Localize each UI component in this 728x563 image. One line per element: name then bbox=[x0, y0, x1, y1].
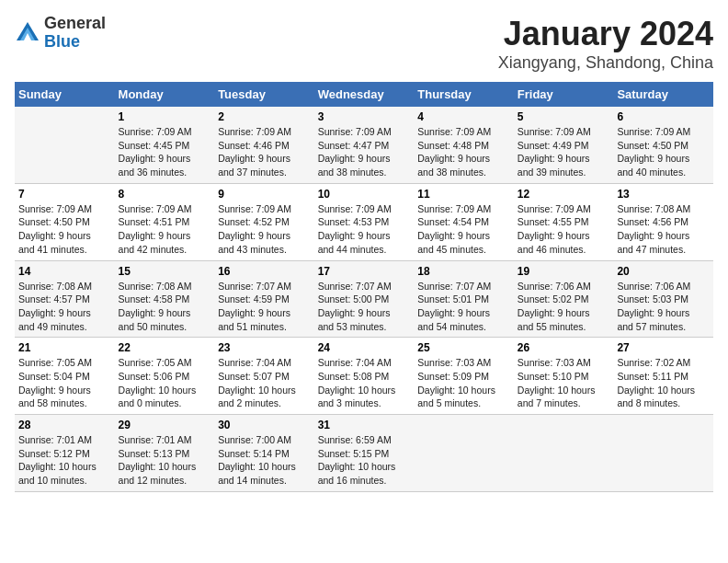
calendar-cell: 23Sunrise: 7:04 AM Sunset: 5:07 PM Dayli… bbox=[214, 338, 314, 415]
calendar-table: SundayMondayTuesdayWednesdayThursdayFrid… bbox=[15, 82, 713, 492]
calendar-cell: 29Sunrise: 7:01 AM Sunset: 5:13 PM Dayli… bbox=[115, 415, 215, 492]
day-number: 21 bbox=[18, 341, 111, 354]
calendar-cell: 17Sunrise: 7:07 AM Sunset: 5:00 PM Dayli… bbox=[314, 260, 415, 338]
title-block: January 2024 Xiangyang, Shandong, China bbox=[498, 15, 713, 73]
calendar-week-3: 14Sunrise: 7:08 AM Sunset: 4:57 PM Dayli… bbox=[15, 260, 713, 338]
calendar-cell: 26Sunrise: 7:03 AM Sunset: 5:10 PM Dayli… bbox=[514, 338, 614, 415]
day-info: Sunrise: 7:08 AM Sunset: 4:58 PM Dayligh… bbox=[119, 280, 211, 334]
calendar-cell: 2Sunrise: 7:09 AM Sunset: 4:46 PM Daylig… bbox=[214, 107, 314, 183]
day-number: 5 bbox=[518, 110, 610, 123]
header-cell-wednesday: Wednesday bbox=[314, 82, 415, 107]
day-number: 2 bbox=[218, 110, 311, 123]
day-number: 4 bbox=[417, 110, 510, 123]
day-number: 19 bbox=[518, 265, 610, 278]
calendar-cell: 18Sunrise: 7:07 AM Sunset: 5:01 PM Dayli… bbox=[414, 260, 514, 338]
day-info: Sunrise: 7:01 AM Sunset: 5:13 PM Dayligh… bbox=[119, 433, 211, 488]
day-number: 15 bbox=[119, 265, 211, 278]
calendar-week-2: 7Sunrise: 7:09 AM Sunset: 4:50 PM Daylig… bbox=[15, 183, 713, 260]
day-info: Sunrise: 6:59 AM Sunset: 5:15 PM Dayligh… bbox=[318, 433, 411, 488]
day-number: 27 bbox=[617, 341, 710, 354]
header-cell-sunday: Sunday bbox=[15, 82, 115, 107]
day-info: Sunrise: 7:08 AM Sunset: 4:57 PM Dayligh… bbox=[18, 280, 111, 334]
calendar-header: SundayMondayTuesdayWednesdayThursdayFrid… bbox=[15, 82, 713, 107]
day-info: Sunrise: 7:06 AM Sunset: 5:03 PM Dayligh… bbox=[617, 280, 710, 334]
day-info: Sunrise: 7:04 AM Sunset: 5:07 PM Dayligh… bbox=[218, 356, 311, 410]
day-number: 10 bbox=[318, 188, 411, 201]
day-number: 26 bbox=[518, 341, 610, 354]
day-number: 23 bbox=[218, 341, 311, 354]
day-info: Sunrise: 7:03 AM Sunset: 5:09 PM Dayligh… bbox=[417, 356, 510, 410]
day-info: Sunrise: 7:02 AM Sunset: 5:11 PM Dayligh… bbox=[617, 356, 710, 410]
calendar-cell: 15Sunrise: 7:08 AM Sunset: 4:58 PM Dayli… bbox=[115, 260, 215, 338]
day-info: Sunrise: 7:09 AM Sunset: 4:51 PM Dayligh… bbox=[119, 202, 211, 257]
calendar-cell: 27Sunrise: 7:02 AM Sunset: 5:11 PM Dayli… bbox=[613, 338, 713, 415]
day-number: 7 bbox=[18, 188, 111, 201]
day-number: 17 bbox=[318, 265, 411, 278]
day-info: Sunrise: 7:07 AM Sunset: 5:01 PM Dayligh… bbox=[417, 280, 510, 334]
logo-text: General Blue bbox=[44, 15, 106, 52]
page-title: January 2024 bbox=[498, 15, 713, 53]
day-number: 18 bbox=[417, 265, 510, 278]
day-info: Sunrise: 7:00 AM Sunset: 5:14 PM Dayligh… bbox=[218, 433, 311, 488]
calendar-cell bbox=[15, 107, 115, 183]
day-number: 20 bbox=[617, 265, 710, 278]
day-info: Sunrise: 7:07 AM Sunset: 5:00 PM Dayligh… bbox=[318, 280, 411, 334]
day-info: Sunrise: 7:04 AM Sunset: 5:08 PM Dayligh… bbox=[318, 356, 411, 410]
day-info: Sunrise: 7:09 AM Sunset: 4:52 PM Dayligh… bbox=[218, 202, 311, 257]
day-info: Sunrise: 7:09 AM Sunset: 4:45 PM Dayligh… bbox=[119, 125, 211, 179]
calendar-cell: 19Sunrise: 7:06 AM Sunset: 5:02 PM Dayli… bbox=[514, 260, 614, 338]
day-number: 1 bbox=[119, 110, 211, 123]
day-info: Sunrise: 7:05 AM Sunset: 5:06 PM Dayligh… bbox=[119, 356, 211, 410]
calendar-week-5: 28Sunrise: 7:01 AM Sunset: 5:12 PM Dayli… bbox=[15, 415, 713, 492]
day-number: 12 bbox=[518, 188, 610, 201]
logo-icon bbox=[15, 20, 40, 46]
calendar-cell: 20Sunrise: 7:06 AM Sunset: 5:03 PM Dayli… bbox=[613, 260, 713, 338]
calendar-cell: 12Sunrise: 7:09 AM Sunset: 4:55 PM Dayli… bbox=[514, 183, 614, 260]
calendar-cell: 9Sunrise: 7:09 AM Sunset: 4:52 PM Daylig… bbox=[214, 183, 314, 260]
day-info: Sunrise: 7:01 AM Sunset: 5:12 PM Dayligh… bbox=[18, 433, 111, 488]
calendar-cell: 8Sunrise: 7:09 AM Sunset: 4:51 PM Daylig… bbox=[115, 183, 215, 260]
day-info: Sunrise: 7:09 AM Sunset: 4:50 PM Dayligh… bbox=[617, 125, 710, 179]
calendar-cell: 5Sunrise: 7:09 AM Sunset: 4:49 PM Daylig… bbox=[514, 107, 614, 183]
day-info: Sunrise: 7:09 AM Sunset: 4:46 PM Dayligh… bbox=[218, 125, 311, 179]
day-number: 22 bbox=[119, 341, 211, 354]
day-number: 13 bbox=[617, 188, 710, 201]
logo-general: General bbox=[44, 14, 106, 32]
header-cell-monday: Monday bbox=[115, 82, 215, 107]
calendar-cell: 11Sunrise: 7:09 AM Sunset: 4:54 PM Dayli… bbox=[414, 183, 514, 260]
day-info: Sunrise: 7:08 AM Sunset: 4:56 PM Dayligh… bbox=[617, 202, 710, 257]
day-info: Sunrise: 7:09 AM Sunset: 4:48 PM Dayligh… bbox=[417, 125, 510, 179]
day-number: 3 bbox=[318, 110, 411, 123]
day-number: 24 bbox=[318, 341, 411, 354]
day-number: 9 bbox=[218, 188, 311, 201]
day-number: 6 bbox=[617, 110, 710, 123]
day-info: Sunrise: 7:09 AM Sunset: 4:47 PM Dayligh… bbox=[318, 125, 411, 179]
header-cell-tuesday: Tuesday bbox=[214, 82, 314, 107]
calendar-cell: 25Sunrise: 7:03 AM Sunset: 5:09 PM Dayli… bbox=[414, 338, 514, 415]
calendar-cell: 13Sunrise: 7:08 AM Sunset: 4:56 PM Dayli… bbox=[613, 183, 713, 260]
day-info: Sunrise: 7:06 AM Sunset: 5:02 PM Dayligh… bbox=[518, 280, 610, 334]
calendar-cell: 14Sunrise: 7:08 AM Sunset: 4:57 PM Dayli… bbox=[15, 260, 115, 338]
calendar-cell: 6Sunrise: 7:09 AM Sunset: 4:50 PM Daylig… bbox=[613, 107, 713, 183]
day-info: Sunrise: 7:09 AM Sunset: 4:49 PM Dayligh… bbox=[518, 125, 610, 179]
day-info: Sunrise: 7:05 AM Sunset: 5:04 PM Dayligh… bbox=[18, 356, 111, 410]
header-cell-thursday: Thursday bbox=[414, 82, 514, 107]
calendar-cell: 10Sunrise: 7:09 AM Sunset: 4:53 PM Dayli… bbox=[314, 183, 415, 260]
calendar-cell: 30Sunrise: 7:00 AM Sunset: 5:14 PM Dayli… bbox=[214, 415, 314, 492]
calendar-cell: 3Sunrise: 7:09 AM Sunset: 4:47 PM Daylig… bbox=[314, 107, 415, 183]
calendar-cell: 7Sunrise: 7:09 AM Sunset: 4:50 PM Daylig… bbox=[15, 183, 115, 260]
logo-blue: Blue bbox=[44, 32, 80, 51]
day-info: Sunrise: 7:09 AM Sunset: 4:55 PM Dayligh… bbox=[518, 202, 610, 257]
calendar-cell: 31Sunrise: 6:59 AM Sunset: 5:15 PM Dayli… bbox=[314, 415, 415, 492]
calendar-cell: 4Sunrise: 7:09 AM Sunset: 4:48 PM Daylig… bbox=[414, 107, 514, 183]
calendar-week-4: 21Sunrise: 7:05 AM Sunset: 5:04 PM Dayli… bbox=[15, 338, 713, 415]
calendar-cell bbox=[613, 415, 713, 492]
day-number: 11 bbox=[417, 188, 510, 201]
day-info: Sunrise: 7:09 AM Sunset: 4:53 PM Dayligh… bbox=[318, 202, 411, 257]
calendar-week-1: 1Sunrise: 7:09 AM Sunset: 4:45 PM Daylig… bbox=[15, 107, 713, 183]
calendar-body: 1Sunrise: 7:09 AM Sunset: 4:45 PM Daylig… bbox=[15, 107, 713, 491]
calendar-cell: 28Sunrise: 7:01 AM Sunset: 5:12 PM Dayli… bbox=[15, 415, 115, 492]
day-number: 14 bbox=[18, 265, 111, 278]
day-info: Sunrise: 7:09 AM Sunset: 4:54 PM Dayligh… bbox=[417, 202, 510, 257]
day-number: 29 bbox=[119, 419, 211, 431]
